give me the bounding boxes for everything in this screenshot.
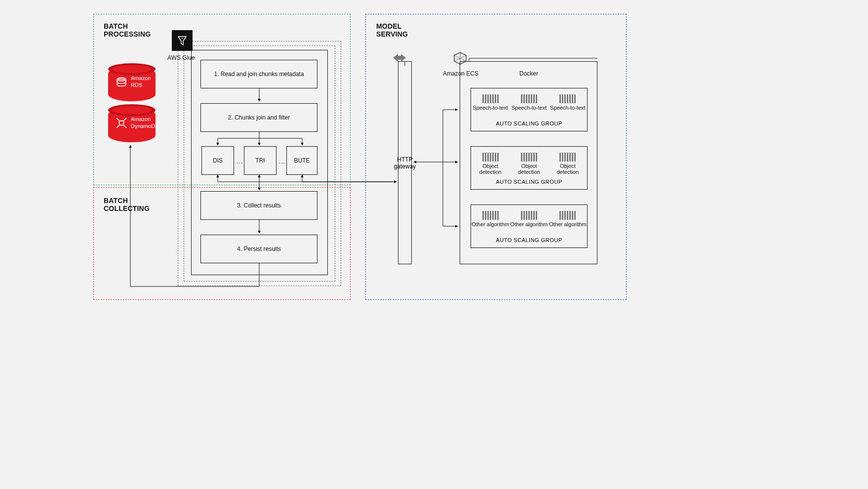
container-icon (482, 211, 499, 220)
asg1-label-3: Speech-to-text (550, 105, 586, 111)
asg-other: Other algorithm Other algorithm Other al… (471, 204, 588, 248)
asg2-label-3: Object detection (549, 163, 587, 175)
container-icon (559, 211, 576, 220)
svg-rect-1 (398, 56, 401, 60)
title-model-serving: MODEL SERVING (376, 22, 408, 38)
step-bute: BUTE (286, 146, 317, 175)
amazon-rds-line1: Amazon (131, 75, 151, 81)
svg-point-0 (182, 38, 183, 39)
dots-2: … (278, 157, 286, 165)
container-icon (521, 153, 537, 162)
step-tri: TRI (244, 146, 276, 175)
asg3-label-1: Other algorithm (472, 221, 509, 227)
amazon-rds-icon: Amazon RDS (108, 67, 156, 101)
title-batch-collecting: BATCH COLLECTING (104, 197, 150, 212)
asg1-label-2: Speech-to-text (512, 105, 547, 111)
container-icon (559, 153, 576, 162)
step-4: 4. Persist results (200, 235, 317, 263)
asg-speech: Speech-to-text Speech-to-text Speech-to-… (471, 88, 588, 131)
container-icon (521, 211, 537, 220)
amazon-dynamodb-line2: DynamoDB (131, 123, 158, 129)
asg1-label-1: Speech-to-text (473, 105, 508, 111)
asg3-label-3: Other algorithm (549, 221, 587, 227)
http-gateway-label: HTTP gateway (394, 156, 416, 170)
asg2-label-1: Object detection (471, 163, 510, 175)
step-2: 2. Chunks join and filter (200, 103, 317, 132)
dots-1: … (236, 157, 243, 165)
asg-object: Object detection Object detection Object… (471, 146, 588, 190)
step-3: 3. Collect results (200, 191, 317, 220)
asg2-title: AUTO SCALING GROUP (471, 179, 587, 185)
container-icon (559, 94, 576, 103)
docker-title: Docker (519, 70, 538, 77)
asg1-title: AUTO SCALING GROUP (471, 121, 587, 126)
amazon-dynamodb-line1: Amazon (131, 116, 151, 122)
step-1: 1. Read and join chunks metadata (200, 60, 317, 88)
step-dis: DIS (201, 146, 234, 175)
container-icon (482, 153, 499, 162)
asg3-title: AUTO SCALING GROUP (471, 237, 587, 243)
http-gateway-box: HTTP gateway (398, 61, 412, 264)
amazon-rds-line2: RDS (131, 82, 142, 88)
title-batch-processing: BATCH PROCESSING (104, 22, 151, 38)
container-icon (521, 94, 537, 103)
aws-glue-icon (172, 30, 193, 51)
asg3-label-2: Other algorithm (511, 221, 548, 227)
amazon-dynamodb-icon: Amazon DynamoDB (108, 108, 156, 142)
asg2-label-2: Object detection (510, 163, 548, 175)
container-icon (482, 94, 499, 103)
